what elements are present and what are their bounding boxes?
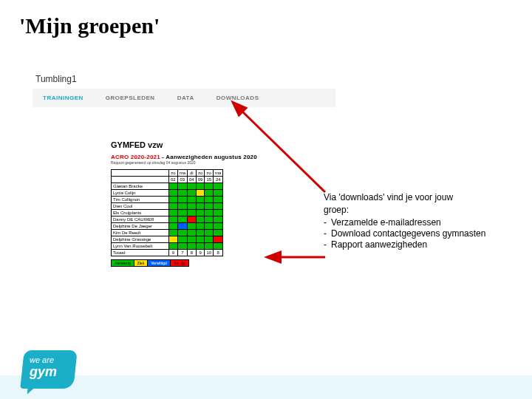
tabs: TRAININGEN GROEPSLEDEN DATA DOWNLOADS [33,89,335,107]
tab-downloads[interactable]: DOWNLOADS [216,95,259,101]
group-panel: Tumbling1 TRAININGEN GROEPSLEDEN DATA DO… [33,69,335,107]
attendance-table: zo ma di zo zo ma 02 03 04 09 15 24 Gaet… [111,169,223,256]
legend: Aanwezig Ziek Verwittigd Nw. tijg [111,259,189,267]
doc-org: GYMFED vzw [111,140,273,149]
page-title: 'Mijn groepen' [19,13,160,38]
table-row: Els Cruijplants [112,210,223,216]
doc-heading: ACRO 2020-2021 - Aanwezigheden augustus … [111,154,273,160]
table-row: Lynn Van Roosebelt [112,243,223,250]
table-row: Delphine De Jaeger [112,223,223,230]
group-name: Tumbling1 [33,69,335,89]
footer-bar [0,375,532,399]
table-row: 02 03 04 09 15 24 [112,177,223,183]
slide: 'Mijn groepen' Tumbling1 TRAININGEN GROE… [0,0,532,399]
table-row: Totaal: 9 7 8 9 10 8 [112,250,223,256]
tab-groepsleden[interactable]: GROEPSLEDEN [106,95,155,101]
table-row: Lycia Colijn [112,190,223,197]
table-row: zo ma di zo zo ma [112,170,223,177]
table-row: Delphine Grassége [112,236,223,243]
table-row: Dien Cool [112,203,223,210]
tab-data[interactable]: DATA [177,95,194,101]
table-row: Gaetan Bracke [112,183,223,190]
table-row: Tim Collignon [112,197,223,203]
logo: we are gym [22,350,75,389]
tab-trainingen[interactable]: TRAININGEN [43,95,83,101]
attendance-document: GYMFED vzw ACRO 2020-2021 - Aanwezighede… [111,140,273,267]
doc-subheading: Rapport gegenereerd op dinsdag 04 august… [111,160,273,165]
table-row: Danny DE CAUWER [112,216,223,223]
callout-text: Via 'downloads' vind je voor jouw groep:… [324,192,516,250]
table-row: Kim De Reedt [112,230,223,236]
